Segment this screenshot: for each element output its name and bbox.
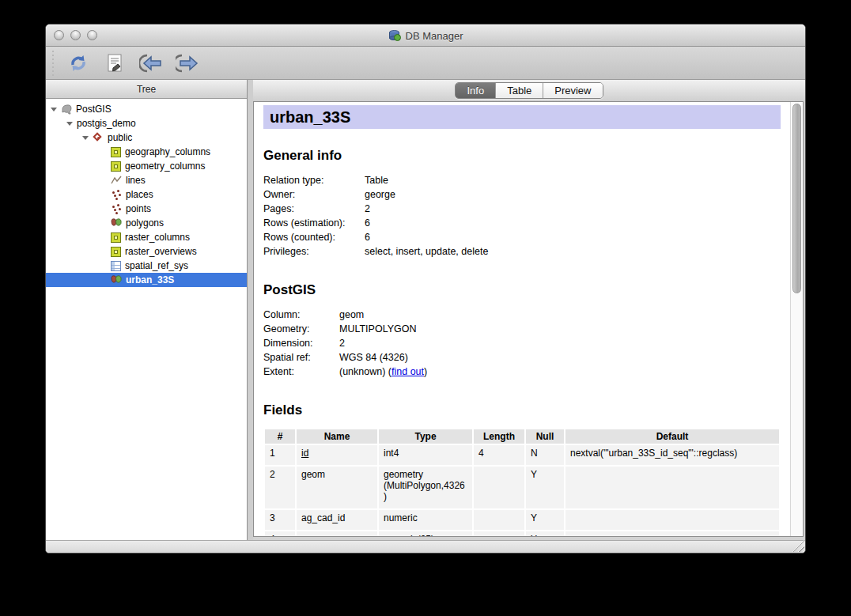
table-icon bbox=[111, 147, 121, 157]
resize-grip-icon[interactable] bbox=[792, 540, 804, 552]
tree-item-geometry-columns[interactable]: geometry_columns bbox=[46, 159, 247, 173]
table-icon bbox=[111, 247, 121, 257]
line-layer-icon bbox=[111, 175, 122, 186]
tree-item-label: points bbox=[126, 203, 151, 214]
chevron-expanded-icon[interactable] bbox=[66, 122, 73, 126]
tree-item-label: raster_columns bbox=[125, 232, 190, 243]
fields-heading: Fields bbox=[263, 402, 781, 418]
tree-item-label: postgis_demo bbox=[77, 118, 136, 129]
info-row: Geometry: MULTIPOLYGON bbox=[263, 322, 781, 336]
tree-item-label: lines bbox=[126, 175, 146, 186]
tree-item-places[interactable]: places bbox=[46, 187, 247, 202]
tree-item-postgis-demo[interactable]: postgis_demo bbox=[46, 116, 247, 130]
tree-item-label: public bbox=[108, 132, 132, 143]
point-layer-icon bbox=[111, 189, 122, 200]
tree-item-postgis[interactable]: PostGIS bbox=[46, 102, 247, 116]
detail-panel: Info Table Preview urban_33S General inf… bbox=[253, 80, 805, 540]
tree-item-label: raster_overviews bbox=[125, 246, 197, 257]
info-row: Pages: 2 bbox=[263, 202, 781, 216]
tree-item-urban-33s[interactable]: urban_33S bbox=[46, 273, 247, 287]
sql-window-icon bbox=[105, 53, 124, 74]
tree-item-public[interactable]: public bbox=[46, 130, 247, 145]
tab-table[interactable]: Table bbox=[495, 83, 543, 98]
info-row: Rows (counted): 6 bbox=[263, 230, 781, 244]
tree-item-label: urban_33S bbox=[126, 274, 174, 285]
tree-item-label: spatial_ref_sys bbox=[125, 260, 188, 271]
table-grid-icon bbox=[111, 261, 121, 271]
postgis-connection-icon bbox=[61, 104, 72, 115]
tree-item-points[interactable]: points bbox=[46, 202, 247, 216]
point-layer-icon bbox=[111, 203, 122, 214]
chevron-expanded-icon[interactable] bbox=[82, 136, 89, 140]
scrollbar-thumb[interactable] bbox=[792, 104, 801, 293]
info-row: Privileges: select, insert, update, dele… bbox=[263, 244, 781, 259]
refresh-icon bbox=[68, 53, 89, 74]
schema-icon bbox=[93, 132, 104, 143]
table-row: 3 ag_cad_id numeric Y bbox=[265, 510, 779, 530]
db-manager-window: DB Manager bbox=[45, 24, 806, 554]
fields-header-row: # Name Type Length Null Default bbox=[265, 429, 779, 444]
info-content: urban_33S General info Relation type: Ta… bbox=[254, 102, 790, 536]
window-title: DB Manager bbox=[406, 30, 463, 42]
table-title: urban_33S bbox=[263, 105, 781, 129]
tree-item-label: PostGIS bbox=[76, 104, 112, 115]
tree-panel: Tree PostGIS postgis_demo bbox=[46, 80, 248, 540]
tree-item-label: places bbox=[126, 189, 153, 200]
tree-item-spatial-ref-sys[interactable]: spatial_ref_sys bbox=[46, 259, 247, 273]
polygon-layer-icon bbox=[111, 274, 122, 285]
info-row: Owner: george bbox=[263, 187, 781, 202]
db-manager-app-icon bbox=[388, 29, 401, 42]
info-view: urban_33S General info Relation type: Ta… bbox=[253, 101, 804, 537]
table-row: 4 … numeric(25) Y bbox=[265, 531, 779, 536]
import-layer-button[interactable] bbox=[136, 51, 166, 76]
vertical-scrollbar[interactable] bbox=[790, 102, 803, 536]
tree-item-raster-overviews[interactable]: raster_overviews bbox=[46, 244, 247, 259]
extent-row: Extent: (unknown) (find out) bbox=[263, 365, 781, 379]
info-row: Column: geom bbox=[263, 308, 781, 322]
polygon-layer-icon bbox=[111, 217, 122, 229]
tree-panel-header: Tree bbox=[46, 80, 247, 99]
tab-strip: Info Table Preview bbox=[253, 80, 805, 101]
refresh-button[interactable] bbox=[63, 51, 93, 76]
tab-preview[interactable]: Preview bbox=[543, 83, 602, 98]
info-row: Rows (estimation): 6 bbox=[263, 216, 781, 230]
tab-info[interactable]: Info bbox=[456, 83, 495, 98]
chevron-expanded-icon[interactable] bbox=[51, 108, 57, 111]
postgis-heading: PostGIS bbox=[263, 282, 781, 298]
toolbar-grip bbox=[51, 51, 57, 76]
tree-item-lines[interactable]: lines bbox=[46, 173, 247, 187]
tree: PostGIS postgis_demo public geography_co… bbox=[46, 99, 247, 540]
export-layer-icon bbox=[176, 54, 199, 73]
fields-table: # Name Type Length Null Default 1 id int… bbox=[263, 428, 781, 536]
info-row: Dimension: 2 bbox=[263, 336, 781, 350]
titlebar[interactable]: DB Manager bbox=[46, 25, 805, 47]
tree-item-label: geography_columns bbox=[125, 146, 210, 157]
pk-field-link[interactable]: id bbox=[301, 448, 308, 459]
import-layer-icon bbox=[139, 54, 163, 73]
sql-window-button[interactable] bbox=[100, 51, 130, 76]
info-row: Relation type: Table bbox=[263, 173, 781, 187]
table-icon bbox=[111, 232, 121, 243]
tree-item-label: geometry_columns bbox=[125, 161, 205, 172]
general-info-heading: General info bbox=[263, 148, 781, 164]
tree-item-raster-columns[interactable]: raster_columns bbox=[46, 230, 247, 244]
table-row: 1 id int4 4 N nextval('"urban_33S_id_seq… bbox=[265, 445, 779, 465]
tree-item-polygons[interactable]: polygons bbox=[46, 216, 247, 230]
export-layer-button[interactable] bbox=[172, 51, 202, 76]
table-row: 2 geom geometry (MultiPolygon,4326) Y bbox=[265, 467, 779, 508]
info-row: Spatial ref: WGS 84 (4326) bbox=[263, 350, 781, 365]
tree-item-geography-columns[interactable]: geography_columns bbox=[46, 145, 247, 159]
view-segmented-control: Info Table Preview bbox=[455, 82, 603, 99]
find-out-link[interactable]: find out bbox=[391, 366, 424, 377]
tree-item-label: polygons bbox=[126, 217, 164, 229]
status-bar bbox=[46, 540, 805, 553]
toolbar bbox=[46, 47, 805, 80]
panel-splitter[interactable] bbox=[248, 80, 253, 540]
table-icon bbox=[111, 161, 121, 172]
